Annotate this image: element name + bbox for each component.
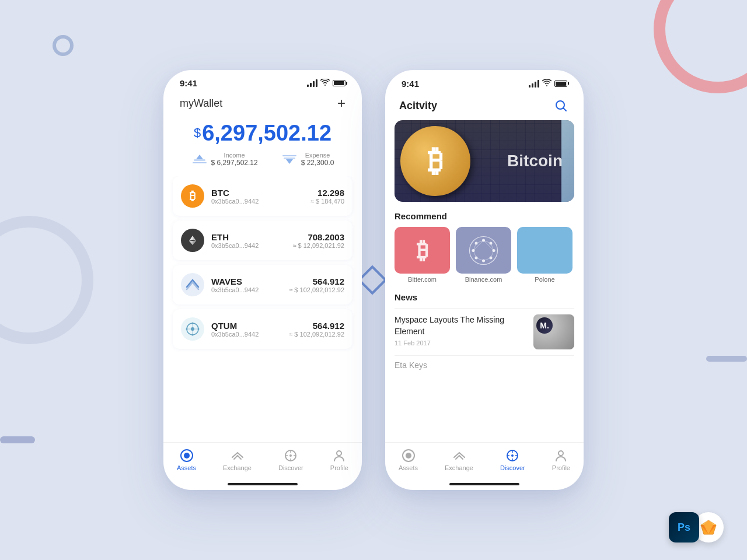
list-item[interactable]: WAVES 0x3b5ca0...9442 564.912 ≈ $ 102,09…: [173, 265, 352, 304]
svg-point-18: [186, 328, 188, 330]
waves-usd: ≈ $ 102,092,012.92: [289, 286, 344, 293]
svg-point-10: [182, 274, 203, 295]
waves-quantity: 564.912: [289, 276, 344, 286]
nav-item-exchange[interactable]: Exchange: [223, 449, 252, 471]
assets-icon-2: [402, 449, 416, 463]
status-time: 9:41: [180, 78, 197, 88]
battery-icon-2: [554, 80, 567, 87]
news-headline-2: Eta Keys: [395, 360, 574, 370]
svg-marker-1: [196, 155, 203, 159]
svg-point-19: [198, 328, 200, 330]
list-item[interactable]: Myspace Layouts The Missing Element 11 F…: [395, 308, 574, 355]
eth-quantity: 708.2003: [292, 232, 344, 242]
featured-card[interactable]: ₿ Bitcoin: [395, 120, 574, 202]
svg-line-41: [484, 240, 494, 251]
expense-value: $ 22,300.0: [301, 159, 334, 167]
nav-item-assets-2[interactable]: Assets: [399, 449, 418, 471]
nav-label-exchange-2: Exchange: [445, 464, 473, 471]
qtum-symbol: QTUM: [211, 321, 289, 331]
svg-point-28: [337, 451, 341, 456]
binance-card: [456, 227, 511, 274]
status-icons-2: [529, 78, 567, 89]
list-item[interactable]: Polone: [517, 227, 573, 283]
activity-content: ₿ Bitcoin Recommend ₿ Bitter.com: [385, 120, 584, 442]
signal-icon-2: [529, 80, 539, 88]
expense-label: Expense: [301, 152, 334, 159]
news-date-1: 11 Feb 2017: [395, 340, 526, 346]
battery-icon: [333, 80, 345, 86]
nav-item-assets[interactable]: Assets: [177, 449, 196, 471]
svg-line-47: [491, 250, 494, 258]
svg-marker-7: [189, 236, 193, 241]
list-item[interactable]: ₿ BTC 0x3b5ca0...9442 12.298 ≈ $ 184,470: [173, 176, 352, 216]
nav-label-exchange: Exchange: [223, 464, 252, 471]
home-indicator-2: [449, 483, 519, 485]
btc-symbol: BTC: [211, 188, 310, 198]
side-peek: [561, 120, 574, 202]
exchange-icon: [231, 449, 245, 463]
list-item[interactable]: QTUM 0x3b5ca0...9442 564.912 ≈ $ 102,092…: [173, 309, 352, 349]
binance-name: Binance.com: [456, 276, 511, 283]
wifi-icon: [320, 79, 330, 88]
btc-logo: ₿: [181, 184, 204, 208]
balance-value: 6,297,502.12: [202, 121, 331, 146]
eth-usd: ≈ $ 12,092,021.92: [292, 242, 344, 249]
discover-icon-2: [505, 449, 519, 463]
activity-header: Acitvity: [385, 92, 584, 120]
status-bar-2: 9:41: [385, 70, 584, 92]
nav-label-discover-2: Discover: [500, 464, 525, 471]
news-content-1: Myspace Layouts The Missing Element 11 F…: [395, 314, 526, 346]
tool-icons: Ps: [669, 512, 724, 542]
activity-phone: 9:41: [385, 70, 584, 490]
featured-label: Bitcoin: [507, 152, 563, 170]
svg-point-58: [558, 451, 563, 456]
income-stat: Income $ 6,297,502.12: [191, 152, 258, 167]
list-item[interactable]: ETH 0x3b5ca0...9442 708.2003 ≈ $ 12,092,…: [173, 220, 352, 260]
wifi-icon-2: [542, 78, 551, 89]
eth-symbol: ETH: [211, 232, 292, 242]
qtum-address: 0x3b5ca0...9442: [211, 331, 289, 338]
phones-container: 9:41: [163, 70, 584, 490]
nav-item-discover-2[interactable]: Discover: [500, 449, 525, 471]
list-item[interactable]: ₿ Bitter.com: [395, 227, 450, 283]
eth-info: ETH 0x3b5ca0...9442: [211, 232, 292, 249]
discover-icon: [284, 449, 298, 463]
qtum-usd: ≈ $ 102,092,012.92: [289, 331, 344, 338]
list-item[interactable]: Eta Keys: [395, 355, 574, 374]
svg-point-51: [406, 453, 411, 459]
add-button[interactable]: +: [337, 96, 345, 110]
bg-decoration-bar-left: [0, 436, 35, 443]
btc-quantity: 12.298: [310, 188, 344, 198]
svg-marker-6: [193, 236, 196, 241]
news-m-icon: M.: [536, 317, 553, 334]
btc-address: 0x3b5ca0...9442: [211, 198, 310, 205]
svg-point-21: [184, 453, 190, 459]
svg-line-49: [484, 258, 491, 261]
coin-list: ₿ BTC 0x3b5ca0...9442 12.298 ≈ $ 184,470: [163, 176, 362, 442]
btc-amounts: 12.298 ≈ $ 184,470: [310, 188, 344, 205]
qtum-info: QTUM 0x3b5ca0...9442: [211, 321, 289, 338]
svg-rect-3: [284, 158, 295, 159]
nav-item-exchange-2[interactable]: Exchange: [445, 449, 473, 471]
wallet-title: myWallet: [180, 97, 222, 110]
exchange-icon-2: [452, 449, 466, 463]
status-bar: 9:41: [163, 70, 362, 92]
assets-icon: [180, 449, 194, 463]
nav-item-profile-2[interactable]: Profile: [552, 449, 570, 471]
news-thumbnail-1: M.: [533, 314, 574, 349]
nav-label-assets: Assets: [177, 464, 196, 471]
svg-marker-9: [189, 241, 193, 245]
search-button[interactable]: [552, 97, 570, 114]
btc-usd: ≈ $ 184,470: [310, 198, 344, 205]
svg-line-45: [473, 250, 476, 258]
svg-marker-8: [193, 241, 196, 245]
nav-item-discover[interactable]: Discover: [278, 449, 303, 471]
signal-icon: [307, 79, 317, 87]
bg-decoration-bar-right: [706, 356, 747, 362]
svg-point-17: [192, 334, 194, 336]
profile-icon-2: [554, 449, 568, 463]
svg-rect-5: [282, 155, 296, 156]
nav-item-profile[interactable]: Profile: [330, 449, 348, 471]
list-item[interactable]: Binance.com: [456, 227, 511, 283]
expense-stat: Expense $ 22,300.0: [281, 152, 334, 167]
